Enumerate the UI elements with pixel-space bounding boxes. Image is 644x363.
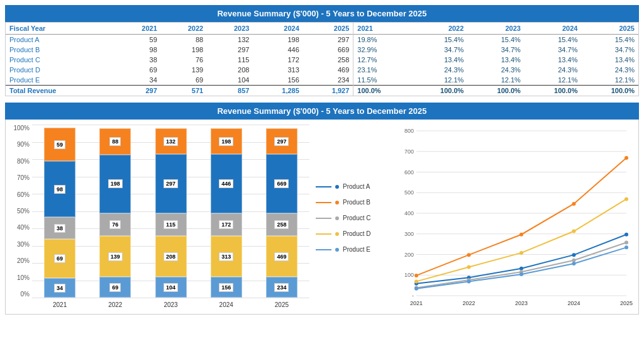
y-label-50: 50% [17, 208, 30, 215]
bar-value-label: 198 [219, 137, 233, 146]
product-label: Product B [6, 45, 115, 55]
y-label-80: 80% [17, 158, 30, 165]
pct-value: 12.1% [581, 75, 638, 86]
table-section: Fiscal Year 2021 2022 2023 2024 2025 Pro… [5, 22, 639, 96]
svg-point-39 [467, 265, 471, 269]
bar-stack: 3469389859 [44, 125, 75, 298]
svg-text:2024: 2024 [568, 300, 580, 306]
legend: Product AProduct BProduct CProduct DProd… [309, 125, 391, 311]
grid-line [32, 298, 309, 298]
cell-value: 446 [253, 45, 303, 55]
svg-point-37 [625, 241, 628, 245]
legend-label: Product A [343, 183, 370, 190]
x-axis-label: 2025 [275, 301, 289, 308]
cell-value: 313 [253, 65, 303, 75]
total-row: Total Revenue2975718571,2851,927 [6, 86, 353, 96]
pct-value: 12.1% [525, 75, 582, 86]
legend-item: Product C [316, 215, 385, 221]
pct-value: 15.4% [411, 35, 468, 45]
pct-value: 13.4% [581, 55, 638, 65]
product-label: Product D [6, 65, 115, 75]
svg-text:-: - [412, 293, 414, 299]
pct-value: 32.9% [353, 45, 411, 55]
bar-value-label: 69 [54, 254, 65, 263]
cell-value: 234 [303, 75, 353, 86]
bar-value-label: 69 [109, 283, 121, 292]
product-label: Product C [6, 55, 115, 65]
y-label-100: 100% [13, 125, 30, 131]
x-axis-label: 2023 [164, 301, 177, 308]
table-row: Product D69139208313469 [6, 65, 353, 75]
col-2025: 2025 [303, 23, 353, 35]
main-container: Revenue Summary ($'000) - 5 Years to Dec… [0, 0, 644, 320]
svg-point-46 [572, 262, 576, 265]
svg-point-45 [519, 272, 523, 276]
cell-value: 59 [115, 35, 161, 45]
bar-value-label: 38 [54, 224, 65, 233]
bar-value-label: 669 [274, 179, 289, 188]
right-table: 2021 2022 2023 2024 2025 19.8%15.4%15.4%… [353, 23, 638, 96]
pct-value: 24.3% [581, 65, 638, 75]
svg-text:2022: 2022 [463, 300, 475, 306]
table-row: Product C3876115172258 [6, 55, 353, 65]
bar-value-label: 139 [108, 252, 123, 261]
legend-label: Product C [343, 215, 370, 221]
pct-col-year: 2021 [353, 23, 411, 35]
pct-value: 34.7% [467, 45, 525, 55]
cell-value: 88 [161, 35, 207, 45]
bar-value-label: 258 [274, 220, 289, 229]
legend-line [316, 218, 331, 219]
pct-value: 12.1% [467, 75, 525, 86]
pct-value: 11.5% [353, 75, 411, 86]
total-pct-row: 100.0%100.0%100.0%100.0%100.0% [353, 86, 638, 96]
cell-value: 172 [253, 55, 303, 65]
pct-value: 15.4% [525, 35, 582, 45]
table-row: Product A5988132198297 [6, 35, 353, 45]
cell-value: 469 [303, 65, 353, 75]
legend-label: Product E [343, 246, 370, 253]
cell-value: 669 [303, 45, 353, 55]
pct-value: 34.7% [581, 45, 638, 55]
legend-item: Product D [316, 230, 385, 237]
table-section-header: Revenue Summary ($'000) - 5 Years to Dec… [5, 5, 639, 22]
y-label-0: 0% [21, 291, 30, 298]
cell-value: 156 [253, 75, 303, 86]
svg-point-27 [625, 233, 628, 237]
bar-stack: 691397619888 [99, 125, 131, 298]
left-table: Fiscal Year 2021 2022 2023 2024 2025 Pro… [6, 23, 353, 96]
y-label-40: 40% [17, 224, 30, 231]
y-label-90: 90% [17, 141, 30, 148]
x-axis-label: 2024 [219, 301, 233, 308]
svg-text:500: 500 [404, 189, 414, 196]
bar-value-label: 88 [109, 137, 121, 146]
pct-value: 24.3% [525, 65, 582, 75]
col-2023: 2023 [207, 23, 253, 35]
line-chart: -100200300400500600700800202120222023202… [391, 125, 636, 311]
pct-value: 19.8% [353, 35, 411, 45]
pct-value: 24.3% [467, 65, 525, 75]
x-axis-label: 2021 [53, 301, 67, 308]
svg-text:800: 800 [404, 128, 414, 134]
col-2022: 2022 [161, 23, 207, 35]
svg-point-41 [572, 229, 576, 233]
bars-area: 3469389859691397619888104208115297132156… [32, 125, 309, 298]
bar-value-label: 132 [164, 137, 178, 146]
cell-value: 198 [161, 45, 207, 55]
pct-value: 12.1% [411, 75, 468, 86]
svg-point-44 [467, 279, 471, 283]
svg-text:2021: 2021 [410, 300, 423, 306]
cell-value: 104 [207, 75, 253, 86]
table-row: Product E3469104156234 [6, 75, 353, 86]
bar-value-label: 297 [164, 179, 178, 188]
pct-value: 15.4% [581, 35, 638, 45]
x-axis-label: 2022 [108, 301, 122, 308]
pct-row: 32.9%34.7%34.7%34.7%34.7% [353, 45, 638, 55]
svg-point-38 [414, 279, 418, 283]
cell-value: 297 [303, 35, 353, 45]
chart-section-header: Revenue Summary ($'000) - 5 Years to Dec… [5, 103, 639, 120]
svg-text:2025: 2025 [620, 300, 633, 306]
pct-value: 13.4% [411, 55, 468, 65]
svg-point-30 [519, 233, 523, 237]
cell-value: 139 [161, 65, 207, 75]
bar-value-label: 198 [108, 179, 123, 188]
